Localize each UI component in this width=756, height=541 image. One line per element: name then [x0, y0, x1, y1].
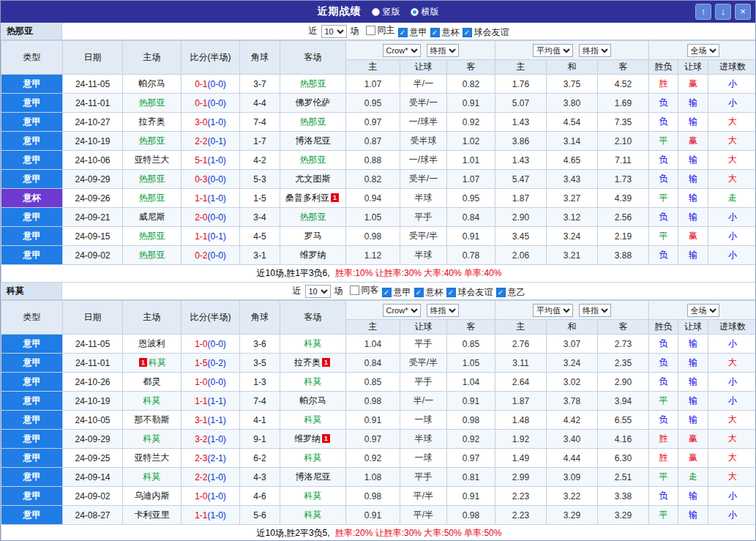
full-match-select[interactable]: 全场: [687, 44, 719, 57]
full-match-select[interactable]: 全场: [687, 304, 719, 317]
col-corner: 角球: [240, 301, 280, 335]
odds-cell: 1.04: [346, 335, 400, 354]
scroll-down-button[interactable]: ↓: [715, 4, 731, 20]
handicap-result-cell: 输: [678, 189, 708, 208]
filter-checkbox[interactable]: ✓意乙: [496, 286, 525, 299]
score-cell: 3-2(1-0): [181, 430, 240, 449]
handicap-result-cell: 走: [678, 468, 708, 487]
odds-cell: 0.97: [346, 113, 400, 132]
goals-result-cell: 小: [708, 373, 756, 392]
final-odds-select[interactable]: 终指: [427, 44, 459, 57]
team-name: 热那亚: [139, 231, 165, 241]
away-team-cell: 科莫: [280, 449, 346, 468]
halftime-score: (2-1): [208, 453, 226, 463]
goals-result-cell: 大: [708, 430, 756, 449]
filter-checkbox[interactable]: 同主: [366, 24, 395, 37]
average-select[interactable]: 平均值: [533, 44, 573, 57]
score-cell: 2-3(2-1): [181, 449, 240, 468]
result-cell: 平: [649, 468, 678, 487]
filter-checkbox[interactable]: ✓意甲: [398, 26, 427, 39]
team-name: 博洛尼亚: [296, 471, 331, 482]
layout-horizontal-radio[interactable]: 横版: [411, 6, 439, 18]
league-cell: 意杯: [1, 189, 63, 208]
date-cell: 24-11-01: [63, 94, 123, 113]
odds-cell: 2.51: [598, 468, 649, 487]
team-name: 罗马: [304, 231, 322, 241]
team-name: 亚特兰大: [135, 154, 170, 165]
filter-checkbox[interactable]: 同客: [350, 284, 379, 296]
filter-checkbox[interactable]: ✓球会友谊: [446, 286, 493, 299]
filter-checkbox[interactable]: ✓意甲: [382, 286, 411, 299]
score-cell: 1-0(1-0): [181, 487, 240, 506]
handicap-result-cell: 输: [678, 411, 708, 430]
odds-cell: 2.23: [495, 487, 547, 506]
match-row: 意甲24-11-05恩波利1-0(0-0)3-6科莫1.04平手0.852.76…: [1, 335, 756, 354]
corners-cell: 1-3: [240, 373, 280, 392]
bookmaker-select[interactable]: Crow*: [383, 44, 421, 57]
fulltime-score: 1-1: [195, 396, 207, 406]
odds-cell: 0.78: [447, 246, 495, 265]
away-team-cell: 科莫: [280, 506, 346, 525]
halftime-score: (0-0): [208, 212, 226, 223]
odds-cell: 1.07: [447, 170, 495, 189]
close-button[interactable]: ×: [735, 4, 751, 20]
average-select[interactable]: 平均值: [533, 304, 573, 317]
filter-checkbox[interactable]: ✓意杯: [430, 26, 460, 39]
odds-cell: 5.47: [495, 170, 547, 189]
corners-cell: 9-1: [240, 430, 280, 449]
halftime-score: (1-0): [208, 510, 226, 521]
odds-cell: 0.98: [346, 392, 400, 411]
away-team-cell: 热那亚: [280, 208, 346, 227]
handicap-result-cell: 输: [678, 208, 708, 227]
odds-cell: 3.22: [547, 487, 598, 506]
score-cell: 0-1(0-0): [181, 94, 240, 113]
odds-cell: 0.98: [346, 227, 400, 246]
average-odds-header: 平均值 终指: [495, 301, 649, 320]
scroll-up-button[interactable]: ↑: [695, 4, 711, 20]
games-label: 场: [351, 25, 359, 37]
odds-cell: 0.84: [346, 354, 400, 373]
team-name: 科莫: [149, 357, 166, 367]
odds-cell: 1.73: [598, 170, 649, 189]
handicap-result-cell: 输: [678, 113, 708, 132]
league-cell: 意甲: [1, 227, 63, 246]
team-name: 热那亚: [139, 174, 165, 184]
away-team-cell: 博洛尼亚: [280, 132, 346, 151]
odds-cell: 7.35: [598, 113, 649, 132]
avg-final-odds-select[interactable]: 终指: [579, 304, 611, 317]
filter-checkbox[interactable]: ✓意杯: [414, 286, 444, 299]
date-cell: 24-10-27: [63, 113, 123, 132]
away-team-cell: 拉齐奥1: [280, 354, 346, 373]
result-cell: 负: [649, 113, 678, 132]
summary-cell: 近10场,胜2平3负5, 胜率:20% 让胜率:30% 大率:50% 单率:50…: [1, 525, 756, 541]
subcol-avg-home: 主: [495, 320, 547, 335]
team-name: 热那亚: [139, 193, 165, 203]
odds-cell: 2.23: [495, 506, 547, 525]
league-cell: 意甲: [1, 373, 63, 392]
filter-checkbox[interactable]: ✓球会友谊: [463, 26, 509, 39]
avg-final-odds-select[interactable]: 终指: [579, 44, 611, 57]
recent-count-select[interactable]: 10: [321, 25, 347, 38]
team-name: 热那亚: [139, 135, 165, 146]
matches-body: 意甲24-11-05恩波利1-0(0-0)3-6科莫1.04平手0.852.76…: [1, 335, 756, 525]
checkbox-icon: ✓: [382, 288, 392, 297]
team-name: 热那亚: [139, 97, 165, 108]
odds-cell: 平手: [400, 208, 447, 227]
result-cell: 负: [649, 354, 678, 373]
date-cell: 24-09-02: [63, 487, 123, 506]
layout-vertical-radio[interactable]: 竖版: [372, 6, 400, 18]
recent-count-select[interactable]: 10: [305, 285, 331, 298]
checkbox-label: 球会友谊: [474, 26, 509, 39]
result-cell: 胜: [649, 430, 678, 449]
halftime-score: (0-2): [208, 358, 226, 368]
halftime-score: (1-1): [208, 396, 226, 406]
halftime-score: (0-0): [208, 98, 226, 108]
final-odds-select[interactable]: 终指: [427, 304, 459, 317]
team-name-label: 科莫: [1, 283, 62, 299]
team-name: 科莫: [304, 490, 322, 501]
odds-cell: 0.92: [447, 113, 495, 132]
odds-cell: 平/半: [400, 487, 447, 506]
fulltime-score: 0-1: [195, 79, 207, 89]
home-team-cell: 拉齐奥: [123, 113, 181, 132]
bookmaker-select[interactable]: Crow*: [383, 304, 421, 317]
